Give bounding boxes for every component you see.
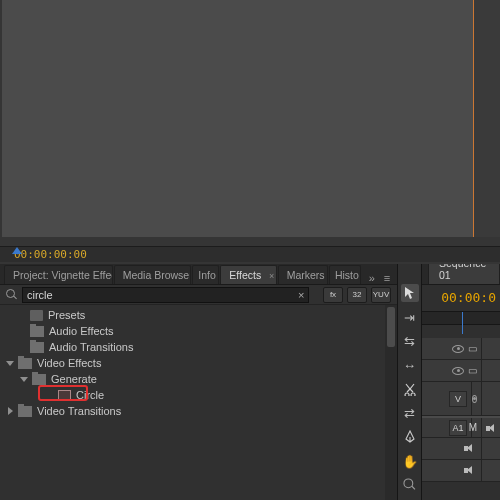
timeline-panel: Sequence 01 00:00:0 ▭ ▭ V: [422, 264, 500, 500]
accelerated-effects-toggle[interactable]: fx: [323, 287, 343, 303]
track-select-tool[interactable]: ⇥: [401, 308, 419, 326]
lower-panels: Project: Vignette Effect Media Browser I…: [0, 264, 500, 500]
sequence-tab[interactable]: Sequence 01: [428, 264, 500, 284]
tree-generate[interactable]: Generate: [0, 371, 385, 387]
audio-track-2[interactable]: [422, 438, 500, 460]
track-header[interactable]: ▭: [422, 360, 482, 381]
folder-icon: [18, 406, 32, 417]
hand-tool[interactable]: ✋: [401, 452, 419, 470]
track-body[interactable]: [482, 438, 500, 459]
lock-icon[interactable]: ▭: [468, 343, 477, 354]
disclosure-open-icon[interactable]: [20, 374, 30, 384]
panel-tabbar: Project: Vignette Effect Media Browser I…: [0, 264, 397, 285]
track-body[interactable]: [482, 418, 500, 437]
monitor-time-ruler[interactable]: 00:00:00:00: [0, 246, 500, 262]
track-header[interactable]: ▭: [422, 338, 482, 359]
timeline-tabbar: Sequence 01: [422, 264, 500, 285]
timeline-timecode[interactable]: 00:00:0: [441, 290, 496, 305]
track-body[interactable]: [482, 382, 500, 415]
audio-track-3[interactable]: [422, 460, 500, 482]
tab-media-browser[interactable]: Media Browser: [114, 265, 192, 284]
tree-video-transitions[interactable]: Video Transitions: [0, 403, 385, 419]
yuv-effects-toggle[interactable]: YUV: [371, 287, 391, 303]
disclosure-open-icon[interactable]: [6, 358, 16, 368]
playhead-icon[interactable]: [12, 247, 22, 254]
search-icon: [6, 289, 18, 301]
video-track-1[interactable]: V: [422, 382, 500, 416]
ripple-edit-tool[interactable]: ⇆: [401, 332, 419, 350]
close-icon[interactable]: ×: [269, 271, 274, 281]
disclosure-closed-icon[interactable]: [6, 406, 16, 416]
folder-icon: [32, 374, 46, 385]
monitor-scrollgutter: [474, 0, 500, 237]
speaker-icon[interactable]: [464, 465, 477, 476]
program-monitor-viewport[interactable]: [2, 0, 474, 237]
clear-search-icon[interactable]: ×: [295, 289, 301, 301]
tools-panel: ⇥ ⇆ ↔ ⇄ ✋: [398, 264, 422, 500]
tree-video-effects[interactable]: Video Effects: [0, 355, 385, 371]
effect-icon: [58, 390, 71, 401]
video-track-3[interactable]: ▭: [422, 338, 500, 360]
folder-icon: [30, 326, 44, 337]
scrollbar-thumb[interactable]: [387, 307, 395, 347]
effects-search-row: × fx 32 YUV: [0, 285, 397, 305]
video-track-2[interactable]: ▭: [422, 360, 500, 382]
app-root: 00:00:00:00 Project: Vignette Effect Med…: [0, 0, 500, 500]
tree-audio-effects[interactable]: Audio Effects: [0, 323, 385, 339]
track-header[interactable]: A1: [422, 418, 472, 437]
track-header[interactable]: V: [422, 382, 472, 415]
track-controls[interactable]: M: [472, 418, 482, 437]
tab-effects-label: Effects: [229, 269, 261, 281]
mute-icon[interactable]: M: [469, 422, 477, 434]
tree-presets[interactable]: Presets: [0, 307, 385, 323]
tab-info[interactable]: Info: [192, 265, 219, 284]
eye-icon[interactable]: [452, 345, 464, 353]
effects-scrollbar[interactable]: [385, 305, 397, 500]
rate-stretch-tool[interactable]: ↔: [401, 356, 419, 374]
track-header[interactable]: [422, 438, 482, 459]
tab-project[interactable]: Project: Vignette Effect: [4, 265, 113, 284]
razor-tool[interactable]: [401, 380, 419, 398]
audio-track-1[interactable]: A1 M: [422, 416, 500, 438]
slip-tool[interactable]: ⇄: [401, 404, 419, 422]
tab-overflow-icon[interactable]: »: [362, 269, 381, 284]
tab-history[interactable]: Histo: [329, 265, 361, 284]
program-monitor-panel: 00:00:00:00: [0, 0, 500, 264]
speaker-icon: [486, 423, 499, 434]
pen-tool[interactable]: [401, 428, 419, 446]
eye-icon[interactable]: [472, 395, 477, 403]
eye-icon[interactable]: [452, 367, 464, 375]
effects-tree: Presets Audio Effects Audio Transitions …: [0, 305, 385, 500]
32bit-effects-toggle[interactable]: 32: [347, 287, 367, 303]
track-controls[interactable]: [472, 382, 482, 415]
effects-search-input[interactable]: [22, 287, 309, 303]
track-body[interactable]: [482, 360, 500, 381]
track-body[interactable]: [482, 460, 500, 481]
tab-effects[interactable]: Effects ×: [220, 265, 276, 284]
timeline-ruler[interactable]: [422, 311, 500, 325]
tree-audio-transitions[interactable]: Audio Transitions: [0, 339, 385, 355]
track-body[interactable]: [482, 338, 500, 359]
track-tag-v[interactable]: V: [449, 391, 467, 407]
track-tag-a1[interactable]: A1: [449, 420, 467, 436]
selection-tool[interactable]: [401, 284, 419, 302]
effects-panel: Project: Vignette Effect Media Browser I…: [0, 264, 398, 500]
panel-menu-icon[interactable]: ≡: [381, 269, 393, 284]
folder-icon: [30, 342, 44, 353]
zoom-tool[interactable]: [401, 476, 419, 494]
lock-icon[interactable]: ▭: [468, 365, 477, 376]
tab-markers[interactable]: Markers: [278, 265, 328, 284]
speaker-icon[interactable]: [464, 443, 477, 454]
monitor-timecode[interactable]: 00:00:00:00: [14, 248, 87, 261]
track-header[interactable]: [422, 460, 482, 481]
presets-icon: [30, 310, 43, 321]
folder-icon: [18, 358, 32, 369]
effect-circle[interactable]: Circle: [0, 387, 385, 403]
